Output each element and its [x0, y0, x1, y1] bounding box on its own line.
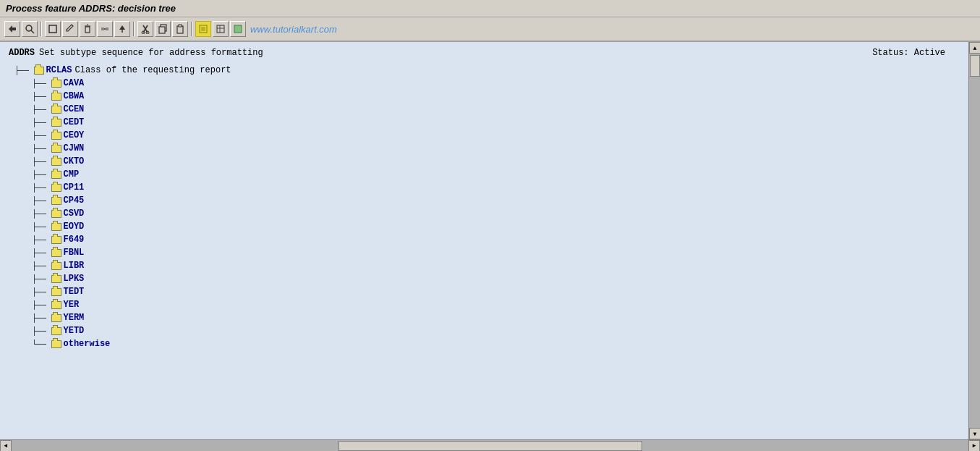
tree-leaf-tedt[interactable]: ├── TEDT: [14, 285, 960, 298]
connector: ├──: [32, 79, 51, 88]
leaf-label: CSVD: [64, 208, 85, 219]
leaf-icon: [51, 249, 61, 257]
connector: ├──: [32, 170, 51, 180]
btn-yellow1[interactable]: [195, 21, 211, 37]
tree-leaf-ccen[interactable]: ├── CCEN: [14, 103, 960, 116]
tree-node-rclas[interactable]: ├── RCLAS Class of the requesting report: [14, 64, 960, 77]
tree-leaf-yerm[interactable]: ├── YERM: [14, 311, 960, 324]
leaf-icon: [51, 223, 61, 231]
connector: ├──: [32, 300, 51, 310]
leaf-label: CJWN: [64, 143, 85, 153]
leaf-label: CEOY: [64, 130, 85, 140]
separator-3: [191, 22, 192, 36]
separator-2: [133, 22, 135, 36]
leaf-icon: [51, 106, 61, 114]
leaf-icon: [51, 236, 61, 244]
leaf-icon: [51, 132, 61, 140]
svg-rect-19: [179, 25, 182, 27]
svg-rect-7: [101, 28, 104, 30]
feature-code: ADDRS: [9, 48, 35, 58]
tree-leaf-cava[interactable]: ├── CAVA: [14, 77, 960, 90]
connector: ├──: [32, 105, 51, 114]
leaf-label: CKTO: [64, 156, 85, 167]
connector: ├──: [32, 248, 51, 258]
rclas-desc: Class of the requesting report: [75, 65, 231, 75]
tree-leaf-cp11[interactable]: ├── CP11: [14, 181, 960, 194]
tree-leaf-lpks[interactable]: ├── LPKS: [14, 272, 960, 285]
leaf-label: F649: [64, 235, 85, 245]
svg-rect-25: [234, 25, 242, 33]
delete-button[interactable]: [80, 21, 95, 37]
tree-leaf-cp45[interactable]: ├── CP45: [14, 194, 960, 207]
tree-leaf-cjwn[interactable]: ├── CJWN: [14, 142, 960, 155]
status-text: Status: Active: [872, 48, 945, 58]
tree-leaf-yetd[interactable]: ├── YETD: [14, 324, 960, 337]
leaf-icon: [51, 314, 61, 322]
tree-leaf-f649[interactable]: ├── F649: [14, 233, 960, 246]
tree-leaf-libr[interactable]: ├── LIBR: [14, 259, 960, 272]
btn-grid[interactable]: [213, 21, 229, 37]
btn-box[interactable]: [230, 21, 246, 37]
leaf-container: ├── CAVA ├── CBWA ├── CCEN ├── CEDT ├── …: [14, 77, 960, 350]
tree-root: ├── RCLAS Class of the requesting report…: [14, 64, 960, 350]
tree-leaf-cmp[interactable]: ├── CMP: [14, 168, 960, 181]
svg-rect-21: [201, 27, 205, 31]
svg-rect-17: [159, 27, 165, 33]
connector: ├──: [32, 261, 51, 271]
leaf-icon: [51, 197, 61, 205]
new-button[interactable]: [45, 21, 61, 37]
content-area[interactable]: ADDRS Set subtype sequence for address f…: [0, 42, 968, 439]
connector: ├──: [32, 157, 51, 167]
leaf-label: CCEN: [64, 104, 85, 114]
copy-button[interactable]: [155, 21, 171, 37]
tree-leaf-csvd[interactable]: ├── CSVD: [14, 207, 960, 220]
up-button[interactable]: [114, 21, 130, 37]
bottom-scrollbar[interactable]: ◄ ►: [0, 439, 980, 451]
tree-leaf-cbwa[interactable]: ├── CBWA: [14, 90, 960, 103]
leaf-label: LPKS: [64, 274, 85, 284]
find-button[interactable]: [22, 21, 38, 37]
leaf-icon: [51, 288, 61, 296]
leaf-icon: [51, 93, 61, 101]
right-scrollbar[interactable]: ▲ ▼: [968, 42, 980, 439]
back-button[interactable]: [4, 21, 20, 37]
tree-leaf-ckto[interactable]: ├── CKTO: [14, 155, 960, 168]
scroll-thumb[interactable]: [970, 55, 980, 77]
svg-marker-10: [119, 25, 125, 30]
scroll-down-button[interactable]: ▼: [969, 428, 980, 439]
h-scroll-track[interactable]: [12, 440, 968, 452]
connector: ├──: [32, 274, 51, 284]
move-button[interactable]: [97, 21, 113, 37]
leaf-label: YERM: [64, 313, 85, 323]
tree-leaf-eoyd[interactable]: ├── EOYD: [14, 220, 960, 233]
svg-rect-3: [49, 25, 56, 33]
tree-leaf-otherwise[interactable]: └── otherwise: [14, 337, 960, 350]
separator-1: [41, 22, 42, 36]
tree-leaf-cedt[interactable]: ├── CEDT: [14, 116, 960, 129]
connector: ├──: [32, 313, 51, 323]
cut-button[interactable]: [137, 21, 153, 37]
edit-button[interactable]: [62, 21, 78, 37]
connector: ├──: [32, 196, 51, 206]
scroll-right-button[interactable]: ►: [968, 440, 980, 452]
paste-button[interactable]: [172, 21, 188, 37]
header-line: ADDRS Set subtype sequence for address f…: [9, 48, 960, 58]
status-value: Active: [914, 48, 945, 58]
page-title: Process feature ADDRS: decision tree: [6, 3, 176, 14]
leaf-icon: [51, 158, 61, 166]
leaf-label: CEDT: [64, 117, 85, 127]
leaf-label: CP11: [64, 182, 85, 193]
leaf-label: CBWA: [64, 91, 85, 101]
svg-line-2: [31, 30, 34, 33]
tree-leaf-yer[interactable]: ├── YER: [14, 298, 960, 311]
scroll-left-button[interactable]: ◄: [0, 440, 12, 452]
scroll-track[interactable]: [969, 54, 980, 428]
main-content: ADDRS Set subtype sequence for address f…: [0, 42, 980, 451]
connector: ├──: [32, 209, 51, 219]
leaf-icon: [51, 184, 61, 192]
scroll-up-button[interactable]: ▲: [969, 42, 980, 54]
tree-leaf-ceoy[interactable]: ├── CEOY: [14, 129, 960, 142]
tree-leaf-fbnl[interactable]: ├── FBNL: [14, 246, 960, 259]
h-scroll-thumb[interactable]: [338, 441, 642, 451]
svg-rect-4: [85, 27, 90, 33]
